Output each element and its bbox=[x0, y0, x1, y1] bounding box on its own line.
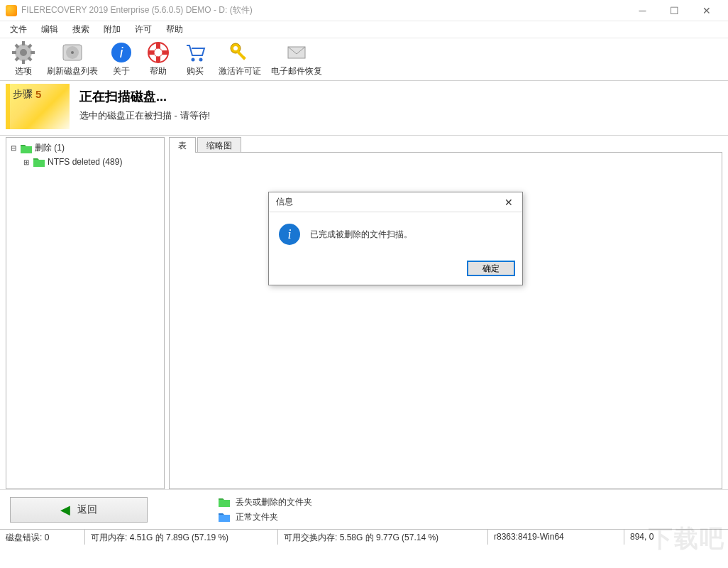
status-swap: 可用交换内存: 5.58G 的 9.77G (57.14 %) bbox=[278, 530, 488, 545]
lifebuoy-icon bbox=[147, 41, 170, 64]
toolbar-help[interactable]: 帮助 bbox=[140, 40, 176, 79]
app-icon bbox=[6, 5, 17, 16]
dialog-close-button[interactable]: ✕ bbox=[500, 195, 518, 209]
info-icon: i bbox=[279, 224, 300, 245]
svg-point-16 bbox=[154, 48, 162, 57]
svg-line-7 bbox=[28, 58, 31, 60]
key-icon bbox=[228, 41, 251, 64]
maximize-button[interactable]: ☐ bbox=[658, 0, 690, 21]
legend-row: 正常文件夹 bbox=[219, 511, 312, 523]
step-badge: 步骤 5 bbox=[6, 84, 70, 129]
bottom-bar: ◀ 返回 丢失或删除的文件夹 正常文件夹 bbox=[0, 489, 728, 529]
svg-rect-26 bbox=[219, 500, 230, 507]
info-icon: i bbox=[110, 41, 133, 64]
legend-label: 正常文件夹 bbox=[236, 511, 278, 523]
svg-line-9 bbox=[16, 58, 18, 60]
right-panel: 表 缩略图 bbox=[169, 137, 722, 489]
dialog-message: 已完成被删除的文件扫描。 bbox=[310, 229, 412, 241]
legend: 丢失或删除的文件夹 正常文件夹 bbox=[219, 496, 312, 523]
step-banner: 步骤 5 正在扫描磁盘... 选中的磁盘正在被扫描 - 请等待! bbox=[0, 81, 728, 136]
legend-row: 丢失或删除的文件夹 bbox=[219, 496, 312, 508]
toolbar-buy[interactable]: 购买 bbox=[177, 40, 213, 79]
close-button[interactable]: ✕ bbox=[690, 0, 722, 21]
minimize-button[interactable]: ─ bbox=[627, 0, 658, 21]
window-title: FILERECOVERY 2019 Enterprise (5.6.0.5) D… bbox=[21, 4, 627, 16]
workspace: ⊟ 删除 (1) ⊞ NTFS deleted (489) 表 缩略图 bbox=[0, 136, 728, 489]
status-disk-errors: 磁盘错误: 0 bbox=[0, 530, 85, 545]
status-bar: 磁盘错误: 0 可用内存: 4.51G 的 7.89G (57.19 %) 可用… bbox=[0, 529, 728, 545]
svg-point-1 bbox=[20, 49, 27, 56]
tab-table[interactable]: 表 bbox=[169, 137, 196, 153]
menu-bar: 文件 编辑 搜索 附加 许可 帮助 bbox=[0, 21, 728, 38]
svg-point-20 bbox=[233, 46, 238, 50]
svg-line-8 bbox=[28, 45, 31, 48]
menu-search[interactable]: 搜索 bbox=[65, 21, 96, 38]
step-subtext: 选中的磁盘正在被扫描 - 请等待! bbox=[79, 109, 210, 122]
tree-root-node[interactable]: ⊟ 删除 (1) bbox=[9, 141, 161, 155]
tab-thumbnail[interactable]: 缩略图 bbox=[197, 137, 241, 153]
dialog-titlebar[interactable]: 信息 ✕ bbox=[269, 192, 522, 212]
menu-license[interactable]: 许可 bbox=[128, 21, 159, 38]
menu-help[interactable]: 帮助 bbox=[159, 21, 190, 38]
svg-rect-25 bbox=[33, 160, 45, 167]
collapse-icon[interactable]: ⊟ bbox=[9, 144, 18, 152]
status-build: r8363:8419-Win64 bbox=[488, 530, 624, 545]
expand-icon[interactable]: ⊞ bbox=[22, 158, 31, 166]
svg-rect-24 bbox=[21, 146, 32, 153]
menu-edit[interactable]: 编辑 bbox=[34, 21, 65, 38]
toolbar-email[interactable]: 电子邮件恢复 bbox=[267, 40, 326, 79]
svg-line-6 bbox=[16, 45, 18, 48]
status-position: 894, 0 bbox=[624, 530, 728, 545]
svg-point-12 bbox=[71, 51, 74, 54]
gear-icon bbox=[12, 41, 35, 64]
svg-text:i: i bbox=[120, 45, 123, 60]
folder-blue-icon bbox=[219, 512, 230, 522]
toolbar: 选项 刷新磁盘列表 i 关于 帮助 购买 激活许可证 电子邮件恢复 bbox=[0, 38, 728, 81]
toolbar-refresh[interactable]: 刷新磁盘列表 bbox=[43, 40, 102, 79]
legend-label: 丢失或删除的文件夹 bbox=[236, 496, 312, 508]
mail-icon bbox=[285, 41, 308, 64]
folder-green-icon bbox=[219, 497, 230, 507]
tree-child-node[interactable]: ⊞ NTFS deleted (489) bbox=[22, 155, 161, 168]
toolbar-activate[interactable]: 激活许可证 bbox=[214, 40, 265, 79]
toolbar-about[interactable]: i 关于 bbox=[104, 40, 139, 79]
info-dialog: 信息 ✕ i 已完成被删除的文件扫描。 确定 bbox=[268, 192, 523, 285]
svg-point-17 bbox=[192, 58, 195, 62]
toolbar-options[interactable]: 选项 bbox=[6, 40, 41, 79]
dialog-title: 信息 bbox=[276, 196, 293, 208]
ok-button[interactable]: 确定 bbox=[467, 261, 515, 276]
menu-file[interactable]: 文件 bbox=[3, 21, 34, 38]
folder-green-icon bbox=[33, 157, 45, 167]
arrow-left-icon: ◀ bbox=[60, 502, 70, 518]
folder-green-icon bbox=[21, 143, 32, 153]
disk-icon bbox=[61, 41, 84, 64]
title-bar: FILERECOVERY 2019 Enterprise (5.6.0.5) D… bbox=[0, 0, 728, 21]
menu-extra[interactable]: 附加 bbox=[96, 21, 128, 38]
cart-icon bbox=[184, 41, 206, 64]
back-button[interactable]: ◀ 返回 bbox=[10, 497, 148, 523]
svg-rect-27 bbox=[219, 515, 230, 522]
tab-row: 表 缩略图 bbox=[169, 137, 722, 153]
tree-panel[interactable]: ⊟ 删除 (1) ⊞ NTFS deleted (489) bbox=[6, 137, 165, 489]
step-heading: 正在扫描磁盘... bbox=[79, 88, 210, 105]
status-memory: 可用内存: 4.51G 的 7.89G (57.19 %) bbox=[85, 530, 278, 545]
svg-point-18 bbox=[199, 58, 203, 62]
